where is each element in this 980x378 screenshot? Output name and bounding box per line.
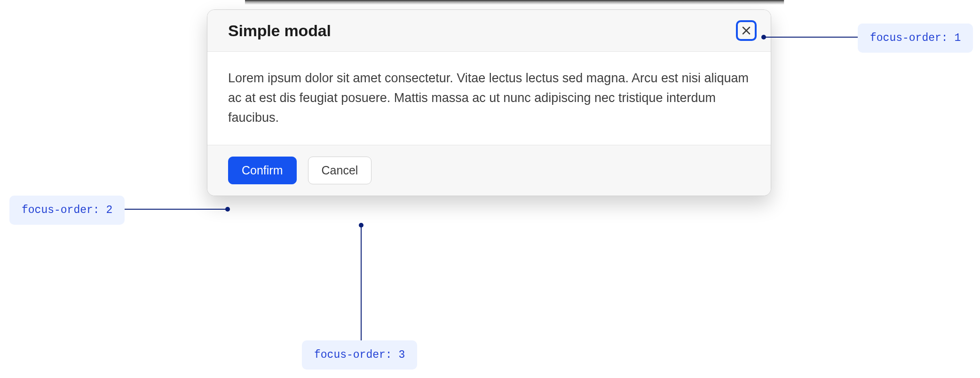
- modal-body-text: Lorem ipsum dolor sit amet consectetur. …: [228, 69, 750, 128]
- cancel-button[interactable]: Cancel: [308, 157, 372, 184]
- connector-dot: [225, 207, 230, 212]
- modal-header: Simple modal: [207, 10, 771, 52]
- annotation-close: focus-order: 1: [858, 24, 973, 53]
- top-shadow: [0, 0, 980, 5]
- modal-body: Lorem ipsum dolor sit amet consectetur. …: [207, 52, 771, 145]
- annotation-cancel: focus-order: 3: [302, 340, 417, 370]
- close-button[interactable]: [736, 20, 757, 41]
- modal-dialog: Simple modal Lorem ipsum dolor sit amet …: [207, 9, 771, 196]
- modal-footer: Confirm Cancel: [207, 145, 771, 196]
- diagram-canvas: Simple modal Lorem ipsum dolor sit amet …: [0, 0, 980, 378]
- connector-dot: [761, 35, 766, 39]
- annotation-confirm: focus-order: 2: [9, 196, 125, 225]
- confirm-button[interactable]: Confirm: [228, 157, 297, 184]
- connector-dot: [359, 223, 364, 228]
- modal-title: Simple modal: [228, 22, 331, 40]
- close-icon: [742, 26, 751, 35]
